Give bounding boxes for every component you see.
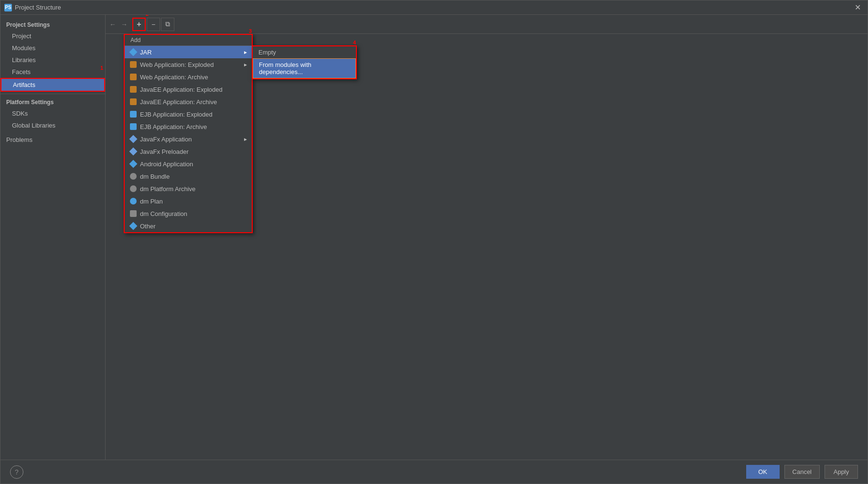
bottom-bar: ? OK Cancel Apply	[0, 460, 868, 484]
annotation-2-label: 2	[146, 15, 149, 17]
ok-button[interactable]: OK	[746, 465, 780, 479]
annotation-1: 1	[100, 65, 103, 71]
help-button[interactable]: ?	[10, 465, 23, 479]
javafx-app-icon	[129, 135, 137, 143]
jar-icon	[129, 48, 137, 56]
annotation-3-label: 3	[249, 28, 252, 34]
ejb-archive-icon	[129, 123, 137, 130]
sidebar-item-artifacts[interactable]: Artifacts	[0, 78, 105, 92]
submenu-item-empty[interactable]: Empty	[253, 46, 356, 58]
apply-button[interactable]: Apply	[825, 465, 858, 479]
dropdown-item-dm-platform[interactable]: dm Platform Archive	[125, 183, 252, 195]
dropdown-item-ejb-exploded[interactable]: EJB Application: Exploded	[125, 108, 252, 120]
sidebar-item-global-libraries[interactable]: Global Libraries	[0, 119, 105, 131]
dm-platform-icon	[129, 185, 137, 193]
sidebar-item-problems[interactable]: Problems	[0, 131, 105, 146]
title-bar-left: PS Project Structure	[4, 4, 61, 11]
dm-bundle-icon	[129, 172, 137, 180]
cancel-button[interactable]: Cancel	[784, 465, 820, 479]
sidebar-item-libraries[interactable]: Libraries	[0, 54, 105, 66]
dropdown-item-javafx-app[interactable]: JavaFx Application ►	[125, 133, 252, 145]
title-bar: PS Project Structure ✕	[0, 0, 868, 15]
android-icon	[129, 160, 137, 168]
remove-button[interactable]: −	[147, 18, 160, 31]
window-title: Project Structure	[15, 4, 61, 11]
app-icon: PS	[4, 4, 12, 11]
annotation-4-label: 4	[353, 40, 356, 45]
add-button-container: + 2	[132, 18, 146, 31]
javaee-exploded-icon	[129, 86, 137, 93]
dm-config-icon	[129, 210, 137, 217]
dropdown-header: Add	[125, 35, 252, 46]
submenu: 4 Empty From modules with dependencies..…	[252, 45, 357, 79]
dropdown-item-jar[interactable]: JAR ► 4 Empty From modules with dependen…	[125, 46, 252, 58]
dm-plan-icon	[129, 197, 137, 205]
close-button[interactable]: ✕	[852, 2, 864, 13]
dropdown-item-dm-config[interactable]: dm Configuration	[125, 207, 252, 220]
dropdown-item-javaee-exploded[interactable]: JavaEE Application: Exploded	[125, 83, 252, 96]
dropdown-item-dm-plan[interactable]: dm Plan	[125, 195, 252, 207]
dropdown-item-web-archive[interactable]: Web Application: Archive	[125, 71, 252, 83]
ejb-exploded-icon	[129, 110, 137, 118]
project-settings-label: Project Settings	[0, 19, 105, 30]
main-content: Project Settings Project Modules Librari…	[0, 15, 868, 460]
web-exploded-icon	[129, 61, 137, 68]
back-button[interactable]: ←	[107, 19, 118, 30]
dropdown-item-javaee-archive[interactable]: JavaEE Application: Archive	[125, 96, 252, 108]
dropdown-item-javafx-preloader[interactable]: JavaFx Preloader	[125, 145, 252, 158]
submenu-item-from-modules[interactable]: From modules with dependencies...	[253, 58, 356, 78]
sidebar: Project Settings Project Modules Librari…	[0, 15, 106, 460]
content-area: ← → + 2 − ⧉	[106, 15, 868, 460]
top-toolbar: ← → + 2 − ⧉	[106, 15, 868, 34]
sidebar-item-modules[interactable]: Modules	[0, 42, 105, 54]
javaee-archive-icon	[129, 98, 137, 106]
dropdown-container: 3 Add JAR ► 4	[124, 34, 253, 233]
dropdown-item-ejb-archive[interactable]: EJB Application: Archive	[125, 120, 252, 133]
main-window: PS Project Structure ✕ Project Settings …	[0, 0, 868, 484]
dropdown-item-web-exploded[interactable]: Web Application: Exploded ►	[125, 58, 252, 71]
copy-button[interactable]: ⧉	[161, 18, 174, 31]
dropdown-menu: 3 Add JAR ► 4	[124, 34, 253, 233]
forward-button[interactable]: →	[119, 19, 129, 30]
web-archive-icon	[129, 73, 137, 81]
dropdown-item-other[interactable]: Other	[125, 220, 252, 232]
other-icon	[129, 222, 137, 230]
dropdown-item-android-app[interactable]: Android Application	[125, 158, 252, 170]
submenu-arrow: ►	[243, 50, 248, 55]
add-button[interactable]: +	[132, 18, 146, 31]
sidebar-item-project[interactable]: Project	[0, 30, 105, 42]
sidebar-item-sdks[interactable]: SDKs	[0, 108, 105, 119]
sidebar-item-facets[interactable]: Facets 1	[0, 66, 105, 78]
platform-settings-label: Platform Settings	[0, 94, 105, 108]
javafx-preloader-icon	[129, 148, 137, 155]
dropdown-item-dm-bundle[interactable]: dm Bundle	[125, 170, 252, 183]
